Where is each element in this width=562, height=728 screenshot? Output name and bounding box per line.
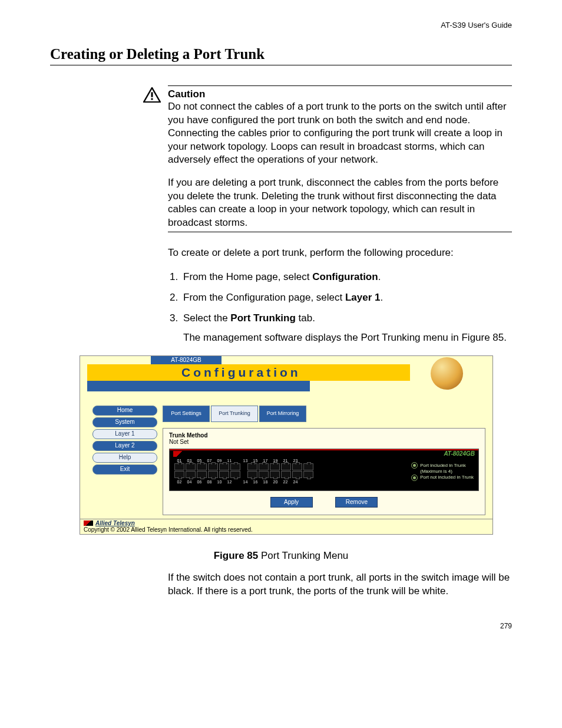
caution-para-2: If you are deleting a port trunk, discon…: [168, 176, 512, 229]
tab-port-settings[interactable]: Port Settings: [163, 406, 210, 422]
port-numbers-bottom: 020406081012141618202224: [174, 480, 313, 484]
port[interactable]: [303, 471, 313, 478]
section-heading: Creating or Deleting a Port Trunk: [50, 46, 512, 65]
port[interactable]: [219, 471, 229, 478]
nav-home[interactable]: Home: [92, 406, 157, 416]
port[interactable]: [292, 471, 302, 478]
port[interactable]: [259, 471, 269, 478]
vendor-logo-icon: [84, 521, 93, 526]
after-figure-text: If the switch does not contain a port tr…: [168, 571, 512, 598]
config-title-bar: Configuration: [87, 364, 410, 381]
apply-button[interactable]: Apply: [270, 497, 313, 508]
nav-layer2[interactable]: Layer 2: [92, 441, 157, 451]
step-text: .: [378, 271, 381, 282]
nav-help[interactable]: Help: [92, 453, 157, 463]
port-numbers-top: 010305070911131517192123: [174, 459, 313, 463]
switch-diagram: AT-8024GB 010305070911131517192123: [169, 449, 479, 491]
figure-screenshot: AT-8024GB Configuration Home System Laye…: [80, 355, 493, 535]
radio-included-icon: [411, 462, 418, 469]
port[interactable]: [247, 463, 257, 470]
step-subtext: The management software displays the Por…: [183, 331, 512, 345]
port-legend: Port included in Trunk (Maximum is 4) Po…: [411, 462, 474, 481]
port[interactable]: [174, 463, 184, 470]
port[interactable]: [247, 471, 257, 478]
copyright-text: Copyright © 2002 Allied Telesyn Internat…: [84, 526, 489, 533]
port[interactable]: [270, 463, 280, 470]
nav-layer1[interactable]: Layer 1: [92, 429, 157, 439]
figure-caption: Figure 85 Port Trunking Menu: [50, 550, 512, 562]
sidebar-nav: Home System Layer 1 Layer 2 Help Exit: [87, 401, 163, 515]
model-tab: AT-8024GB: [151, 356, 222, 364]
svg-rect-2: [151, 98, 153, 100]
caution-label: Caution: [168, 88, 512, 100]
step-bold: Layer 1: [345, 292, 381, 303]
nav-exit[interactable]: Exit: [92, 465, 157, 475]
port[interactable]: [230, 471, 240, 478]
port[interactable]: [174, 471, 184, 478]
lead-text: To create or delete a port trunk, perfor…: [168, 246, 512, 260]
device-model-label: AT-8024GB: [444, 450, 475, 457]
port[interactable]: [303, 463, 313, 470]
running-header: AT-S39 User's Guide: [50, 21, 512, 29]
tab-port-trunking[interactable]: Port Trunking: [211, 406, 258, 422]
port[interactable]: [208, 471, 218, 478]
trunk-method-label: Trunk Method: [169, 432, 479, 439]
page-number: 279: [50, 622, 512, 630]
nav-system[interactable]: System: [92, 417, 157, 427]
port[interactable]: [281, 463, 291, 470]
port[interactable]: [208, 463, 218, 470]
step-2: From the Configuration page, select Laye…: [181, 291, 512, 305]
decor-bar: [87, 381, 310, 391]
step-text: From the Configuration page, select: [183, 292, 345, 303]
port[interactable]: [270, 471, 280, 478]
legend-included: Port included in Trunk: [420, 463, 465, 469]
trunking-panel: Trunk Method Not Set AT-8024GB 010305070…: [163, 428, 485, 515]
port[interactable]: [219, 463, 229, 470]
port[interactable]: [186, 463, 196, 470]
trunk-method-value: Not Set: [169, 439, 479, 445]
globe-icon: [431, 357, 463, 390]
step-text: Select the: [183, 312, 230, 324]
tab-row: Port Settings Port Trunking Port Mirrori…: [163, 406, 485, 422]
caution-block: Caution Do not connect the cables of a p…: [168, 85, 512, 232]
port[interactable]: [292, 463, 302, 470]
port[interactable]: [197, 463, 207, 470]
step-bold: Configuration: [312, 271, 378, 282]
remove-button[interactable]: Remove: [335, 497, 378, 508]
caution-para-1: Do not connect the cables of a port trun…: [168, 100, 512, 167]
legend-notincluded: Port not included in Trunk: [420, 475, 474, 480]
svg-rect-1: [151, 92, 153, 97]
step-1: From the Home page, select Configuration…: [181, 271, 512, 284]
brand-name[interactable]: Allied Telesyn: [95, 520, 135, 526]
step-text: From the Home page, select: [183, 271, 312, 282]
radio-notincluded-icon: [411, 475, 418, 481]
step-bold: Port Trunking: [230, 312, 296, 324]
step-text: tab.: [296, 312, 315, 324]
port[interactable]: [259, 463, 269, 470]
step-3: Select the Port Trunking tab. The manage…: [181, 312, 512, 345]
port[interactable]: [230, 463, 240, 470]
port[interactable]: [281, 471, 291, 478]
port[interactable]: [197, 471, 207, 478]
warning-icon: [143, 87, 161, 105]
step-text: .: [381, 292, 384, 303]
port[interactable]: [186, 471, 196, 478]
legend-max: (Maximum is 4): [420, 469, 452, 475]
vendor-logo-icon: [173, 451, 186, 457]
tab-port-mirroring[interactable]: Port Mirroring: [259, 406, 306, 422]
